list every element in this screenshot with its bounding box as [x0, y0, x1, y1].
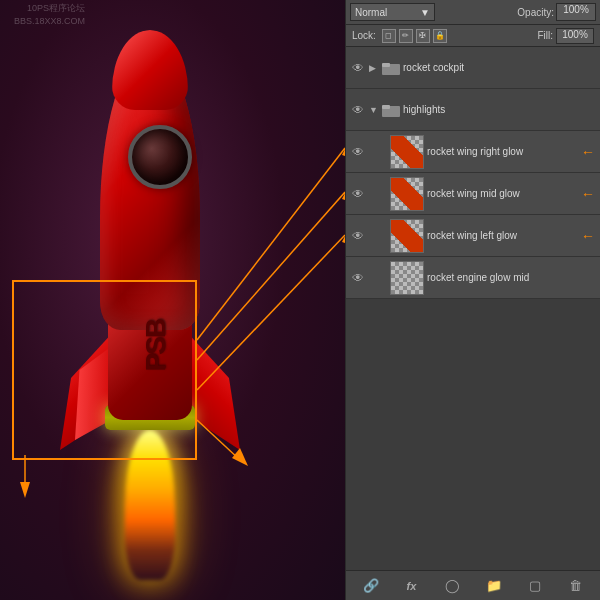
fx-icon[interactable]: fx [401, 575, 423, 597]
blend-mode-arrow: ▼ [420, 7, 430, 18]
lock-icons: ◻ ✏ ✠ 🔒 [382, 29, 447, 43]
delete-layer-icon[interactable]: 🗑 [565, 575, 587, 597]
lock-fill-bar: Lock: ◻ ✏ ✠ 🔒 Fill: 100% [346, 25, 600, 47]
layer-row-wing-left-glow[interactable]: 👁 rocket wing left glow ← [346, 215, 600, 257]
new-group-icon[interactable]: 📁 [483, 575, 505, 597]
layer-name-highlights: highlights [403, 104, 596, 115]
thumbnail-wing-left [390, 219, 424, 253]
expand-arrow-highlights[interactable]: ▼ [369, 105, 379, 115]
lock-pixels-icon[interactable]: ✏ [399, 29, 413, 43]
blend-mode-dropdown[interactable]: Normal ▼ [350, 3, 435, 21]
layer-name-wing-left: rocket wing left glow [427, 230, 577, 241]
svg-rect-13 [382, 105, 390, 109]
thumbnail-engine-glow [390, 261, 424, 295]
blend-mode-value: Normal [355, 7, 387, 18]
cockpit-window [128, 125, 192, 189]
new-layer-icon[interactable]: ▢ [524, 575, 546, 597]
layers-panel: Normal ▼ Opacity: 100% Lock: ◻ ✏ ✠ 🔒 Fil… [345, 0, 600, 600]
folder-icon-cockpit [382, 61, 400, 75]
layers-bottom-toolbar: 🔗 fx ◯ 📁 ▢ 🗑 [346, 570, 600, 600]
svg-rect-11 [382, 63, 390, 67]
layer-name-engine-glow: rocket engine glow mid [427, 272, 596, 283]
lock-position-icon[interactable]: ✠ [416, 29, 430, 43]
arrow-indicator-wing-left: ← [580, 228, 596, 244]
thumbnail-wing-right [390, 135, 424, 169]
mask-icon[interactable]: ◯ [442, 575, 464, 597]
layer-row-wing-right-glow[interactable]: 👁 rocket wing right glow ← [346, 131, 600, 173]
lock-all-icon[interactable]: 🔒 [433, 29, 447, 43]
fill-section: Fill: 100% [537, 28, 594, 44]
layer-name-wing-mid: rocket wing mid glow [427, 188, 577, 199]
arrow-indicator-wing-mid: ← [580, 186, 596, 202]
fill-label: Fill: [537, 30, 553, 41]
lock-transparent-icon[interactable]: ◻ [382, 29, 396, 43]
opacity-section: Opacity: 100% [517, 3, 596, 21]
blend-opacity-bar: Normal ▼ Opacity: 100% [346, 0, 600, 25]
lock-label: Lock: [352, 30, 376, 41]
thumbnail-wing-mid [390, 177, 424, 211]
visibility-icon-highlights[interactable]: 👁 [350, 102, 366, 118]
visibility-icon-wing-mid[interactable]: 👁 [350, 186, 366, 202]
layer-name-cockpit: rocket cockpit [403, 62, 596, 73]
svg-marker-1 [20, 482, 30, 498]
expand-arrow-cockpit[interactable]: ▶ [369, 63, 379, 73]
visibility-icon-wing-left[interactable]: 👁 [350, 228, 366, 244]
layer-name-wing-right: rocket wing right glow [427, 146, 577, 157]
annotation-box [12, 280, 197, 460]
link-layers-icon[interactable]: 🔗 [360, 575, 382, 597]
watermark: 10PS程序论坛 BBS.18XX8.COM [14, 2, 85, 27]
opacity-input[interactable]: 100% [556, 3, 596, 21]
folder-icon-highlights [382, 103, 400, 117]
layer-row-wing-mid-glow[interactable]: 👁 rocket wing mid glow ← [346, 173, 600, 215]
layer-row-rocket-cockpit[interactable]: 👁 ▶ rocket cockpit [346, 47, 600, 89]
opacity-label: Opacity: [517, 7, 554, 18]
arrow-indicator-wing-right: ← [580, 144, 596, 160]
layer-row-highlights[interactable]: 👁 ▼ highlights [346, 89, 600, 131]
canvas-area: 10PS程序论坛 BBS.18XX8.COM PSB [0, 0, 345, 600]
fill-input[interactable]: 100% [556, 28, 594, 44]
layer-row-engine-glow-mid[interactable]: 👁 rocket engine glow mid [346, 257, 600, 299]
visibility-icon-engine-glow[interactable]: 👁 [350, 270, 366, 286]
visibility-icon-wing-right[interactable]: 👁 [350, 144, 366, 160]
rocket-nose [112, 30, 188, 110]
visibility-icon-cockpit[interactable]: 👁 [350, 60, 366, 76]
